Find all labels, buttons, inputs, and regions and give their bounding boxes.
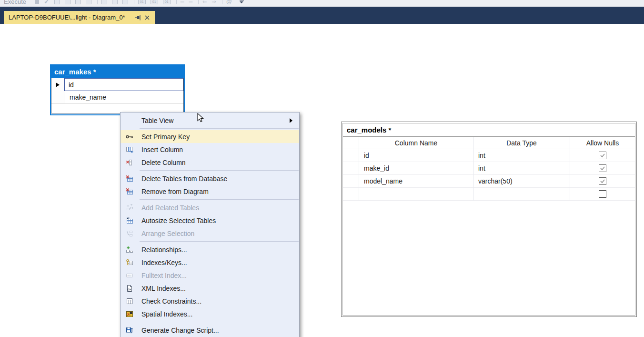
menu-item-fulltext-index[interactable]: abc Fulltext Index... <box>121 269 299 282</box>
menu-item-arrange-selection[interactable]: Arrange Selection <box>121 227 299 240</box>
toolbar-separator <box>222 0 222 4</box>
column-name-cell[interactable] <box>359 188 473 201</box>
remove-from-diagram-icon <box>126 188 133 195</box>
table-car-models-title: car_models * <box>347 126 391 134</box>
header-column-name: Column Name <box>359 137 473 149</box>
parse-check-icon[interactable]: ✓ <box>44 0 50 4</box>
delete-tables-icon <box>126 175 133 183</box>
at-icon[interactable]: @ <box>226 0 232 4</box>
table-row[interactable]: make_id int <box>343 162 635 175</box>
query-options-icon[interactable]: 01 <box>163 0 171 4</box>
details-icon[interactable] <box>86 0 91 4</box>
copy-icon[interactable] <box>75 0 81 4</box>
menu-item-relationships[interactable]: Relationships... <box>121 243 299 256</box>
execute-button[interactable]: Execute <box>4 0 26 5</box>
tab-strip: LAPTOP-D9BOFUUE\...light - Diagram_0* <box>0 7 644 24</box>
row-selector[interactable] <box>343 188 359 201</box>
indent-icon[interactable]: ⇒ <box>212 0 216 4</box>
menu-item-table-view[interactable]: Table View <box>121 114 299 127</box>
data-type-cell[interactable] <box>473 188 570 201</box>
menu-separator <box>140 170 299 171</box>
svg-text:abc: abc <box>127 274 131 277</box>
spatial-indexes-icon <box>126 310 133 318</box>
autosize-tables-icon <box>126 217 133 225</box>
allow-nulls-checkbox[interactable] <box>599 190 606 198</box>
row-selector[interactable] <box>343 162 359 175</box>
toolbar-separator <box>176 0 177 4</box>
data-type-cell[interactable]: int <box>473 149 570 162</box>
column-name-cell[interactable]: model_name <box>359 175 473 188</box>
indexes-keys-icon <box>126 259 133 266</box>
document-tab[interactable]: LAPTOP-D9BOFUUE\...light - Diagram_0* <box>4 11 155 24</box>
menu-item-delete-column[interactable]: Delete Column <box>121 156 299 169</box>
toolbar-separator <box>198 0 199 4</box>
menu-item-autosize-selected-tables[interactable]: Autosize Selected Tables <box>121 214 299 227</box>
allow-nulls-checkbox[interactable] <box>599 177 606 185</box>
toolbar-separator <box>97 0 98 4</box>
query-options-icon[interactable]: 01 <box>138 0 146 4</box>
mouse-cursor-icon <box>197 113 204 125</box>
row-selector-current[interactable] <box>51 78 64 91</box>
column-name-cell[interactable]: make_id <box>359 162 473 175</box>
table-car-makes-header[interactable]: car_makes * <box>51 65 184 78</box>
table-car-makes[interactable]: car_makes * id make_name <box>50 64 185 115</box>
header-data-type: Data Type <box>473 137 570 149</box>
menu-item-check-constraints[interactable]: Check Constraints... <box>121 295 299 307</box>
header-allow-nulls: Allow Nulls <box>570 137 635 149</box>
grid-empty-area <box>343 201 635 315</box>
column-name-edit-field[interactable]: id <box>64 78 183 91</box>
delete-column-icon <box>126 159 133 166</box>
comment-icon[interactable]: ═ <box>181 0 184 4</box>
compare-icon[interactable] <box>65 0 70 4</box>
table-row[interactable]: model_name varchar(50) <box>343 175 635 188</box>
check-constraints-icon <box>126 297 133 305</box>
outdent-icon[interactable]: ⇐ <box>202 0 207 4</box>
menu-item-generate-change-script[interactable]: Generate Change Script... <box>121 324 299 337</box>
save-results-icon[interactable] <box>122 0 128 4</box>
no-icon <box>126 117 133 124</box>
query-options-icon[interactable]: 01 <box>151 0 158 4</box>
allow-nulls-checkbox[interactable] <box>599 164 606 172</box>
context-menu: Table View Set Primary Key Insert Column… <box>120 112 300 337</box>
row-selector[interactable] <box>51 91 64 104</box>
script-icon[interactable] <box>112 0 118 4</box>
menu-item-set-primary-key[interactable]: Set Primary Key <box>121 130 299 143</box>
toolbar: Execute ✓ 01 01 01 ═ ═ ⇐ ⇒ @ <box>0 0 644 7</box>
menu-item-xml-indexes[interactable]: XML Indexes... <box>121 282 299 295</box>
stop-icon[interactable] <box>35 0 39 4</box>
column-name-cell[interactable]: make_name <box>64 91 183 104</box>
row-selector[interactable] <box>343 149 359 162</box>
table-row[interactable]: make_name <box>51 91 183 104</box>
menu-separator <box>140 128 299 129</box>
allow-nulls-checkbox[interactable] <box>599 152 606 159</box>
menu-item-delete-tables-from-database[interactable]: Delete Tables from Database <box>121 172 299 185</box>
table-row[interactable]: id int <box>343 149 635 162</box>
table-car-models-header[interactable]: car_models * <box>343 123 635 137</box>
column-name-cell[interactable]: id <box>359 149 473 162</box>
diagram-canvas[interactable]: car_makes * id make_name c <box>0 24 644 337</box>
pin-icon[interactable] <box>135 14 141 21</box>
menu-separator <box>140 199 299 200</box>
submenu-arrow-icon <box>290 118 292 123</box>
change-script-icon <box>126 327 133 334</box>
database-icon[interactable] <box>54 0 60 4</box>
object-icon[interactable] <box>101 0 107 4</box>
arrange-selection-icon <box>126 230 133 237</box>
close-icon[interactable] <box>144 15 150 20</box>
menu-item-indexes-keys[interactable]: Indexes/Keys... <box>121 256 299 269</box>
row-selector[interactable] <box>343 175 359 188</box>
table-row-empty[interactable] <box>343 188 635 201</box>
data-type-cell[interactable]: int <box>473 162 570 175</box>
menu-item-spatial-indexes[interactable]: Spatial Indexes... <box>121 307 299 320</box>
uncomment-icon[interactable]: ═ <box>189 0 193 4</box>
primary-key-icon <box>126 133 133 141</box>
table-row[interactable]: id <box>51 78 183 91</box>
table-car-models[interactable]: car_models * Column Name Data Type Allow… <box>341 122 637 317</box>
menu-item-remove-from-diagram[interactable]: Remove from Diagram <box>121 185 299 198</box>
data-type-cell[interactable]: varchar(50) <box>473 175 570 188</box>
relationships-icon <box>126 246 133 254</box>
toolbar-overflow-icon[interactable] <box>240 0 244 3</box>
menu-item-insert-column[interactable]: Insert Column <box>121 143 299 156</box>
menu-item-add-related-tables[interactable]: Add Related Tables <box>121 201 299 214</box>
tab-title: LAPTOP-D9BOFUUE\...light - Diagram_0* <box>9 14 125 21</box>
